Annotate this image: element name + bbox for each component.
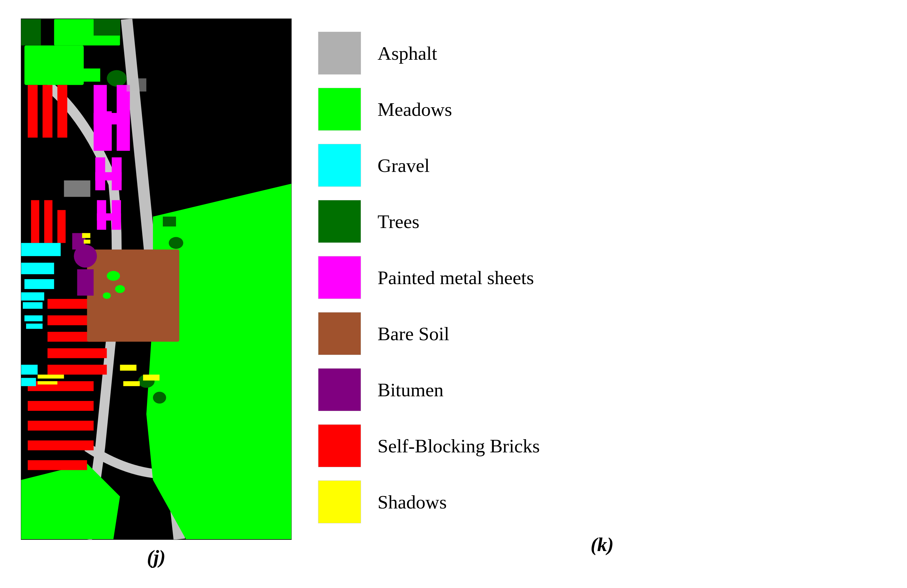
svg-rect-12 bbox=[163, 216, 176, 226]
legend-swatch-asphalt bbox=[318, 32, 361, 75]
svg-rect-32 bbox=[28, 401, 94, 411]
svg-point-51 bbox=[103, 292, 111, 299]
map-label: (j) bbox=[147, 546, 166, 569]
legend-item-bitumen: Bitumen bbox=[318, 368, 886, 411]
legend-label-meadows: Meadows bbox=[378, 98, 452, 120]
legend-section: AsphaltMeadowsGravelTreesPainted metal s… bbox=[318, 19, 886, 556]
legend-swatch-painted-metal-sheets bbox=[318, 256, 361, 299]
svg-rect-5 bbox=[74, 69, 100, 82]
legend-items: AsphaltMeadowsGravelTreesPainted metal s… bbox=[318, 32, 886, 523]
svg-point-49 bbox=[107, 271, 120, 281]
legend-item-meadows: Meadows bbox=[318, 88, 886, 131]
svg-rect-65 bbox=[127, 78, 146, 91]
legend-label-trees: Trees bbox=[378, 211, 420, 233]
map-canvas bbox=[21, 19, 292, 540]
legend-item-asphalt: Asphalt bbox=[318, 32, 886, 75]
svg-rect-60 bbox=[143, 374, 160, 380]
svg-rect-26 bbox=[43, 85, 53, 137]
legend-label-asphalt: Asphalt bbox=[378, 42, 437, 64]
svg-rect-30 bbox=[58, 210, 66, 243]
legend-label: (k) bbox=[591, 533, 614, 556]
svg-rect-43 bbox=[24, 279, 54, 289]
svg-rect-35 bbox=[28, 460, 87, 470]
svg-rect-48 bbox=[87, 249, 179, 342]
svg-rect-41 bbox=[21, 243, 61, 256]
svg-rect-58 bbox=[38, 381, 58, 384]
legend-item-bare-soil: Bare Soil bbox=[318, 312, 886, 355]
legend-label-bare-soil: Bare Soil bbox=[378, 323, 449, 345]
svg-rect-7 bbox=[93, 19, 120, 36]
svg-rect-53 bbox=[77, 269, 94, 296]
svg-rect-28 bbox=[31, 200, 39, 243]
svg-rect-39 bbox=[48, 348, 107, 358]
svg-rect-21 bbox=[95, 172, 122, 181]
svg-point-8 bbox=[107, 70, 127, 87]
legend-swatch-gravel bbox=[318, 144, 361, 187]
legend-swatch-self-blocking-bricks bbox=[318, 424, 361, 467]
svg-rect-17 bbox=[100, 111, 112, 151]
main-container: (j) AsphaltMeadowsGravelTreesPainted met… bbox=[8, 5, 899, 583]
svg-point-50 bbox=[115, 285, 125, 293]
legend-swatch-meadows bbox=[318, 88, 361, 131]
svg-rect-34 bbox=[28, 441, 94, 451]
svg-point-13 bbox=[169, 237, 183, 249]
legend-label-bitumen: Bitumen bbox=[378, 379, 444, 401]
svg-rect-62 bbox=[21, 364, 38, 374]
svg-rect-18 bbox=[118, 111, 130, 151]
svg-marker-3 bbox=[146, 184, 291, 539]
svg-rect-25 bbox=[28, 85, 38, 137]
legend-label-painted-metal-sheets: Painted metal sheets bbox=[378, 267, 534, 289]
svg-rect-59 bbox=[120, 364, 136, 371]
legend-item-trees: Trees bbox=[318, 200, 886, 243]
svg-rect-31 bbox=[28, 381, 94, 391]
svg-rect-24 bbox=[97, 213, 121, 220]
legend-swatch-bare-soil bbox=[318, 312, 361, 355]
legend-swatch-bitumen bbox=[318, 368, 361, 411]
svg-rect-33 bbox=[28, 421, 94, 431]
svg-rect-64 bbox=[64, 181, 90, 197]
svg-rect-46 bbox=[24, 315, 43, 321]
svg-rect-9 bbox=[21, 19, 41, 46]
map-section: (j) bbox=[21, 19, 292, 569]
legend-item-gravel: Gravel bbox=[318, 144, 886, 187]
svg-rect-27 bbox=[58, 85, 67, 137]
svg-rect-47 bbox=[26, 324, 43, 329]
svg-rect-42 bbox=[21, 263, 54, 274]
legend-label-self-blocking-bricks: Self-Blocking Bricks bbox=[378, 435, 540, 457]
legend-item-shadows: Shadows bbox=[318, 481, 886, 523]
svg-rect-40 bbox=[48, 364, 107, 374]
svg-rect-45 bbox=[23, 302, 43, 309]
svg-rect-44 bbox=[21, 292, 44, 300]
svg-rect-55 bbox=[82, 233, 90, 238]
legend-label-gravel: Gravel bbox=[378, 154, 430, 177]
svg-rect-56 bbox=[84, 240, 90, 243]
legend-label-shadows: Shadows bbox=[378, 491, 447, 513]
legend-swatch-shadows bbox=[318, 481, 361, 523]
svg-rect-29 bbox=[44, 200, 53, 243]
svg-rect-61 bbox=[123, 381, 140, 386]
svg-point-11 bbox=[153, 391, 166, 404]
legend-item-painted-metal-sheets: Painted metal sheets bbox=[318, 256, 886, 299]
legend-item-self-blocking-bricks: Self-Blocking Bricks bbox=[318, 424, 886, 467]
svg-rect-57 bbox=[38, 374, 64, 379]
svg-rect-63 bbox=[21, 378, 36, 386]
legend-swatch-trees bbox=[318, 200, 361, 243]
